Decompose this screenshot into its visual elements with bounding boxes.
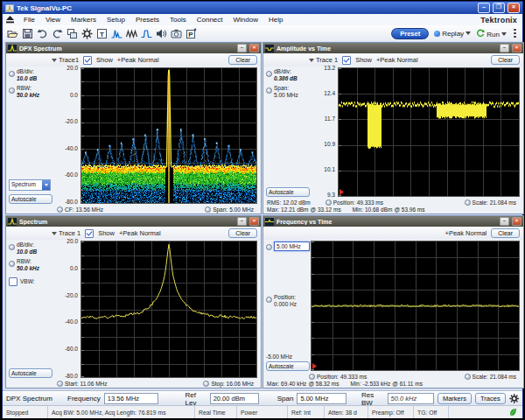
freq-ymax-field[interactable]: 5.00 MHz	[274, 242, 310, 251]
amp-show-checkbox[interactable]	[342, 56, 351, 65]
freq-position-field[interactable]: Position: 49.333 ms	[309, 374, 367, 380]
preset-button[interactable]: Preset	[391, 28, 429, 39]
maximize-button[interactable]: ❐	[493, 3, 505, 13]
settings-gear-icon[interactable]	[509, 393, 519, 404]
spec-minimize-button[interactable]: –	[237, 217, 247, 226]
knob-icon[interactable]	[266, 88, 272, 94]
replay-dropdown-arrow[interactable]	[466, 32, 471, 35]
spec-trace-selector[interactable]: Trace 1	[52, 229, 80, 237]
preset-p-icon[interactable]: P	[184, 27, 198, 40]
spec-plot-area[interactable]	[80, 241, 257, 378]
markers-button[interactable]: Markers	[438, 393, 472, 404]
spec-panel-titlebar[interactable]: Spectrum – ×	[6, 216, 261, 227]
close-button[interactable]: ×	[508, 3, 520, 13]
menu-window[interactable]: Window	[228, 16, 263, 24]
freq-clear-button[interactable]: Clear	[491, 228, 520, 238]
dpx-close-button[interactable]: ×	[249, 44, 259, 52]
undo-icon[interactable]	[35, 27, 49, 40]
freq-trace-controls: +Peak Normal Clear	[263, 227, 523, 240]
settings-gear-icon[interactable]	[80, 27, 94, 40]
dpx-rbw-value[interactable]: 50.0 kHz	[17, 92, 39, 98]
spec-vbw-checkbox[interactable]	[9, 277, 18, 286]
dpx-trace-type-select[interactable]: Spectrum	[9, 179, 51, 191]
spec-clear-button[interactable]: Clear	[228, 228, 257, 238]
replay-button[interactable]: Replay	[434, 30, 471, 38]
frequency-input[interactable]: 13.56 MHz	[104, 393, 158, 404]
title-bar[interactable]: Tek SignalVu-PC – ❐ ×	[3, 2, 522, 14]
eject-icon[interactable]	[5, 16, 15, 24]
freq-scale-field[interactable]: Scale: 21.084 ms	[465, 374, 516, 380]
save-icon[interactable]	[20, 27, 34, 40]
menu-help[interactable]: Help	[263, 16, 288, 24]
span-input[interactable]: 5.00 MHz	[297, 393, 346, 404]
amp-clear-button[interactable]: Clear	[491, 55, 520, 65]
menu-markers[interactable]: Markers	[66, 16, 102, 24]
spec-autoscale-button[interactable]: Autoscale	[9, 368, 52, 378]
amp-autoscale-button[interactable]: Autoscale	[266, 187, 310, 197]
text-marker-icon[interactable]: T	[94, 27, 108, 40]
dpx-panel-titlebar[interactable]: DPX Spectrum – ×	[6, 43, 261, 53]
minimize-button[interactable]: –	[478, 3, 490, 13]
amp-minimize-button[interactable]: –	[500, 44, 509, 52]
spec-stop-field[interactable]: Stop: 16.06 MHz	[203, 381, 254, 387]
freq-panel-titlebar[interactable]: Frequency vs Time – ×	[263, 216, 523, 227]
dpx-cf-field[interactable]: CF: 13.56 MHz	[57, 206, 103, 213]
pulse-icon[interactable]	[139, 27, 153, 40]
measurement-control-bar: DPX Spectrum Frequency 13.56 MHz Ref Lev…	[3, 390, 522, 406]
dpx-plot-area[interactable]	[80, 67, 257, 204]
dpx-minimize-button[interactable]: –	[237, 44, 247, 52]
amp-span-value[interactable]: 5.00 MHz	[274, 92, 298, 98]
redo-icon[interactable]	[50, 27, 64, 40]
amp-panel-titlebar[interactable]: Amplitude vs Time – ×	[263, 43, 523, 53]
spec-dbdiv-value[interactable]: 10.0 dB	[17, 248, 37, 255]
freq-autoscale-button[interactable]: Autoscale	[266, 361, 310, 371]
knob-icon[interactable]	[266, 71, 272, 77]
menu-setup[interactable]: Setup	[102, 16, 130, 24]
dpx-show-checkbox[interactable]	[83, 56, 92, 65]
dpx-y-axis: 20.00.0-20.0-40.0-60.0-80.0	[55, 66, 80, 206]
dpx-autoscale-button[interactable]: Autoscale	[9, 194, 52, 204]
knob-icon[interactable]	[266, 297, 272, 303]
amp-scale-field[interactable]: Scale: 21.084 ms	[465, 200, 516, 206]
window-title: Tek SignalVu-PC	[17, 4, 475, 12]
spec-start-field[interactable]: Start: 11.06 MHz	[57, 381, 108, 387]
run-button[interactable]: Run	[476, 29, 507, 38]
ref-level-input[interactable]: 20.00 dBm	[210, 393, 260, 404]
amp-plot-area[interactable]	[338, 67, 520, 197]
amp-position-field[interactable]: Position: 49.333 ms	[326, 200, 383, 206]
menu-file[interactable]: File	[18, 16, 40, 24]
freq-minimize-button[interactable]: –	[500, 217, 509, 226]
spec-rbw-value[interactable]: 50.0 kHz	[17, 265, 39, 271]
menu-view[interactable]: View	[40, 16, 66, 24]
more-menu-icon[interactable]	[514, 28, 516, 39]
freq-position-value[interactable]: 0.000 Hz	[274, 301, 297, 307]
open-icon[interactable]	[5, 27, 19, 40]
dpx-span-field[interactable]: Span: 5.00 MHz	[205, 206, 254, 213]
spec-close-button[interactable]: ×	[249, 217, 259, 226]
amp-close-button[interactable]: ×	[512, 44, 522, 52]
knob-icon[interactable]	[266, 244, 272, 250]
dpx-dbdiv-value[interactable]: 10.0 dB	[17, 75, 37, 81]
menu-tools[interactable]: Tools	[164, 16, 192, 24]
menu-connect[interactable]: Connect	[192, 16, 228, 24]
dpx-clear-button[interactable]: Clear	[228, 55, 257, 65]
menu-presets[interactable]: Presets	[130, 16, 164, 24]
traces-button[interactable]: Traces	[475, 393, 506, 404]
waveform-icon[interactable]	[124, 27, 138, 40]
res-bw-input[interactable]: 50.0 kHz	[388, 393, 434, 404]
tile-windows-icon[interactable]	[65, 27, 79, 40]
spec-show-checkbox[interactable]	[85, 229, 94, 238]
dpx-trace-icon[interactable]	[109, 27, 123, 40]
freq-plot-area[interactable]	[311, 241, 520, 371]
knob-icon[interactable]	[9, 244, 15, 250]
freq-close-button[interactable]: ×	[512, 217, 522, 226]
run-dropdown-arrow[interactable]	[501, 32, 507, 36]
dpx-trace-selector[interactable]: Trace1	[52, 56, 79, 64]
amp-trace-selector[interactable]: Trace 1	[309, 56, 338, 64]
camera-icon[interactable]	[169, 27, 183, 40]
knob-icon[interactable]	[9, 71, 15, 77]
audio-icon[interactable]	[154, 27, 168, 40]
amp-dbdiv-value[interactable]: 0.386 dB	[274, 75, 298, 81]
knob-icon[interactable]	[9, 88, 15, 94]
knob-icon[interactable]	[9, 261, 15, 267]
